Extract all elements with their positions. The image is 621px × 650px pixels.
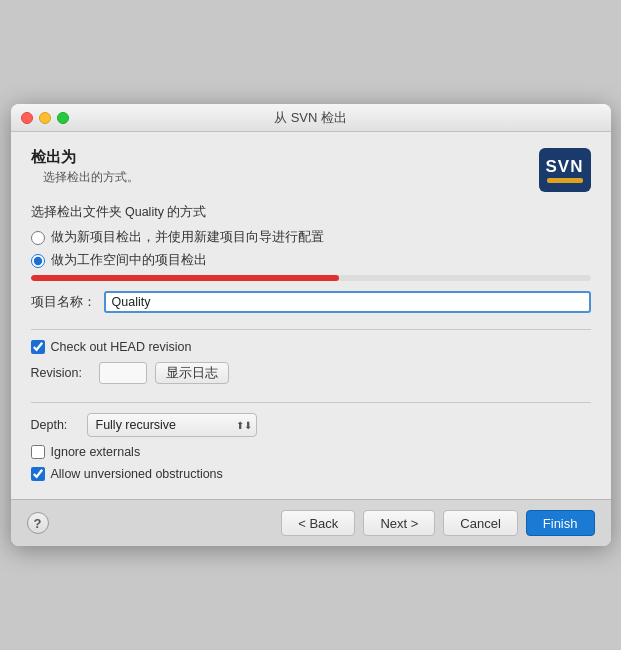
revision-label: Revision: bbox=[31, 366, 91, 380]
titlebar: 从 SVN 检出 bbox=[11, 104, 611, 132]
allow-unversioned-row[interactable]: Allow unversioned obstructions bbox=[31, 467, 591, 481]
ignore-externals-row[interactable]: Ignore externals bbox=[31, 445, 591, 459]
finish-button[interactable]: Finish bbox=[526, 510, 595, 536]
ignore-externals-label: Ignore externals bbox=[51, 445, 141, 459]
traffic-lights bbox=[21, 112, 69, 124]
divider-2 bbox=[31, 402, 591, 403]
radio-item-new-project[interactable]: 做为新项目检出，并使用新建项目向导进行配置 bbox=[31, 229, 591, 246]
ignore-externals-checkbox[interactable] bbox=[31, 445, 45, 459]
header-row: 检出为 选择检出的方式。 SVN bbox=[31, 148, 591, 192]
minimize-button[interactable] bbox=[39, 112, 51, 124]
page-subtitle: 选择检出的方式。 bbox=[43, 169, 139, 186]
project-name-input[interactable] bbox=[104, 291, 591, 313]
header-text: 检出为 选择检出的方式。 bbox=[31, 148, 139, 186]
allow-unversioned-checkbox[interactable] bbox=[31, 467, 45, 481]
section-label: 选择检出文件夹 Quality 的方式 bbox=[31, 204, 591, 221]
checkout-head-label: Check out HEAD revision bbox=[51, 340, 192, 354]
project-name-row: 项目名称： bbox=[31, 291, 591, 313]
maximize-button[interactable] bbox=[57, 112, 69, 124]
main-window: 从 SVN 检出 检出为 选择检出的方式。 SVN 选择检出文件夹 Qualit… bbox=[11, 104, 611, 546]
checkout-head-row[interactable]: Check out HEAD revision bbox=[31, 340, 591, 354]
cancel-button[interactable]: Cancel bbox=[443, 510, 517, 536]
allow-unversioned-label: Allow unversioned obstructions bbox=[51, 467, 223, 481]
page-title: 检出为 bbox=[31, 148, 139, 167]
depth-select-wrapper: Fully recursive Immediate children Only … bbox=[87, 413, 257, 437]
show-log-button[interactable]: 显示日志 bbox=[155, 362, 229, 384]
radio-new-project-label: 做为新项目检出，并使用新建项目向导进行配置 bbox=[51, 229, 324, 246]
revision-input[interactable] bbox=[99, 362, 147, 384]
footer: ? < Back Next > Cancel Finish bbox=[11, 499, 611, 546]
footer-left: ? bbox=[27, 512, 49, 534]
radio-new-project[interactable] bbox=[31, 231, 45, 245]
next-button[interactable]: Next > bbox=[363, 510, 435, 536]
help-button[interactable]: ? bbox=[27, 512, 49, 534]
progress-bar-fill bbox=[31, 275, 339, 281]
footer-buttons: < Back Next > Cancel Finish bbox=[281, 510, 594, 536]
depth-row: Depth: Fully recursive Immediate childre… bbox=[31, 413, 591, 437]
svn-logo-bar bbox=[547, 178, 583, 183]
depth-label: Depth: bbox=[31, 418, 79, 432]
close-button[interactable] bbox=[21, 112, 33, 124]
radio-item-workspace[interactable]: 做为工作空间中的项目检出 bbox=[31, 252, 591, 269]
project-name-label: 项目名称： bbox=[31, 294, 96, 311]
radio-group: 做为新项目检出，并使用新建项目向导进行配置 做为工作空间中的项目检出 bbox=[31, 229, 591, 269]
revision-row: Revision: 显示日志 bbox=[31, 362, 591, 384]
checkout-head-checkbox[interactable] bbox=[31, 340, 45, 354]
window-title: 从 SVN 检出 bbox=[274, 109, 347, 127]
progress-bar bbox=[31, 275, 591, 281]
content-area: 检出为 选择检出的方式。 SVN 选择检出文件夹 Quality 的方式 做为新… bbox=[11, 132, 611, 499]
radio-workspace[interactable] bbox=[31, 254, 45, 268]
svn-logo: SVN bbox=[539, 148, 591, 192]
depth-select[interactable]: Fully recursive Immediate children Only … bbox=[87, 413, 257, 437]
divider-1 bbox=[31, 329, 591, 330]
svn-logo-text: SVN bbox=[546, 158, 584, 175]
progress-bar-dot bbox=[327, 275, 337, 281]
back-button[interactable]: < Back bbox=[281, 510, 355, 536]
radio-workspace-label: 做为工作空间中的项目检出 bbox=[51, 252, 207, 269]
